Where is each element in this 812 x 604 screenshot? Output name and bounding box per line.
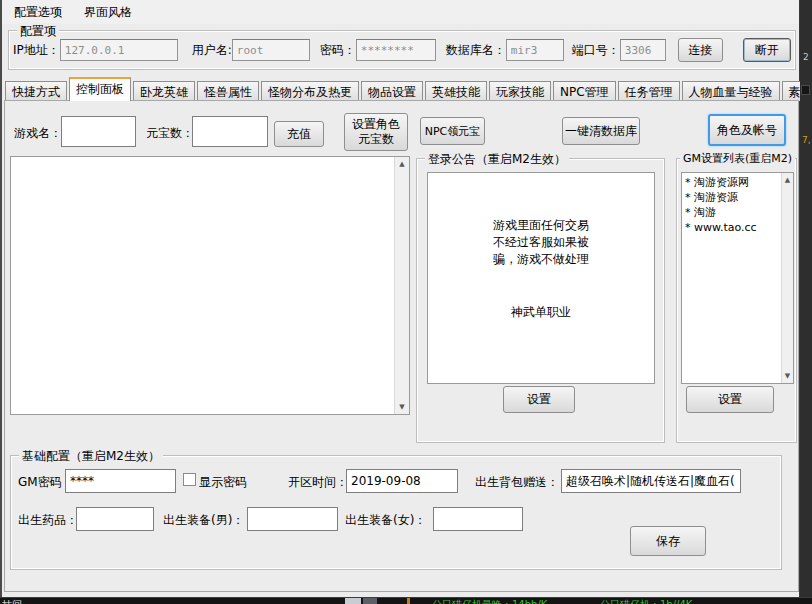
tab-shortcuts[interactable]: 快捷方式 [5, 81, 67, 101]
scroll-up-icon[interactable]: ▲ [782, 173, 793, 187]
gm-list-group-title: GM设置列表(重启M2) [680, 151, 795, 166]
clear-database-button[interactable]: 一键清数据库 [562, 117, 640, 145]
tab-hero-skills[interactable]: 英雄技能 [425, 81, 487, 101]
npc-yuanbao-button[interactable]: NPC领元宝 [420, 117, 485, 145]
taskbar-indicator [407, 598, 410, 604]
gm-list-set-button[interactable]: 设置 [686, 386, 774, 413]
announcement-text[interactable]: 游戏里面任何交易 不经过客服如果被 骗，游戏不做处理 神武单职业 [427, 172, 655, 384]
tab-hp-exp[interactable]: 人物血量与经验 [682, 81, 780, 101]
menu-config-options[interactable]: 配置选项 [10, 2, 66, 23]
taskbar-button[interactable] [345, 598, 361, 604]
tab-npc-manage[interactable]: NPC管理 [553, 81, 616, 101]
taskbar-net-speed: 分日猎仔机：1b//4K [600, 598, 692, 604]
script-memo[interactable]: ▲ ▼ [10, 156, 410, 415]
gm-list-item[interactable]: * 淘游资源网 [685, 175, 793, 190]
gm-password-input[interactable] [65, 469, 176, 493]
announcement-set-button[interactable]: 设置 [503, 386, 575, 413]
gm-listbox[interactable]: * 淘游资源网 * 淘游资源 * 淘游 * www.tao.cc ▲ ▼ [681, 172, 794, 384]
tab-control-panel[interactable]: 控制面板 [69, 77, 131, 101]
announcement-footer: 神武单职业 [428, 304, 654, 321]
connect-button[interactable]: 连接 [678, 38, 723, 62]
password-input[interactable] [356, 39, 436, 61]
app-window: 配置选项 界面风格 配置项 IP地址： 用户名: 密码： 数据库名： 端口号： … [0, 0, 800, 597]
desktop-badge: 7, [802, 135, 811, 145]
base-config-groupbox: 基础配置（重启M2生效） GM密码： 显示密码 开区时间： 出生背包赠送： 出生… [10, 455, 782, 570]
gm-list-item[interactable]: * 淘游资源 [685, 190, 793, 205]
taskbar-left-text: 技间 [2, 598, 22, 604]
save-button[interactable]: 保存 [630, 526, 706, 556]
taskbar: 技间 分日猎仔机量晚：14bb/K 分日猎仔机：1b//4K [0, 597, 812, 604]
tab-item-settings[interactable]: 物品设置 [361, 81, 423, 101]
username-input[interactable] [232, 39, 310, 61]
set-role-yuanbao-button[interactable]: 设置角色元宝数 [344, 113, 408, 151]
ip-input[interactable] [60, 39, 178, 61]
port-label: 端口号： [572, 42, 620, 59]
desktop-edge-strip: 2 7, [800, 0, 812, 597]
yuanbao-input[interactable] [192, 116, 268, 147]
gm-list-groupbox: GM设置列表(重启M2) * 淘游资源网 * 淘游资源 * 淘游 * www.t… [676, 158, 797, 443]
role-account-button[interactable]: 角色及帐号 [708, 114, 786, 146]
username-label: 用户名: [192, 42, 232, 59]
announcement-line: 不经过客服如果被 [428, 234, 654, 251]
memo-scrollbar[interactable]: ▲ ▼ [394, 157, 409, 414]
birth-drug-label: 出生药品： [18, 512, 78, 529]
taskbar-button[interactable] [363, 598, 377, 604]
tab-quest-manage[interactable]: 任务管理 [618, 81, 680, 101]
show-password-checkbox[interactable] [183, 473, 196, 486]
birth-equip-female-label: 出生装备(女)： [345, 512, 426, 529]
scroll-up-icon[interactable]: ▲ [395, 157, 409, 171]
password-label: 密码： [320, 42, 356, 59]
birth-equip-female-input[interactable] [433, 507, 523, 531]
birth-drug-input[interactable] [76, 507, 154, 531]
taskbar-net-speed: 分日猎仔机量晚：14bb/K [432, 598, 547, 604]
base-config-group-title: 基础配置（重启M2生效） [19, 448, 163, 465]
gm-list-item[interactable]: * www.tao.cc [685, 220, 793, 235]
announcement-line: 骗，游戏不做处理 [428, 251, 654, 268]
open-date-label: 开区时间： [288, 474, 348, 491]
recharge-button[interactable]: 充值 [274, 121, 324, 147]
scroll-down-icon[interactable]: ▼ [395, 400, 409, 414]
announcement-group-title: 登录公告（重启M2生效） [425, 151, 569, 168]
game-name-input[interactable] [61, 116, 136, 147]
show-password-label: 显示密码 [199, 474, 247, 491]
birth-equip-male-input[interactable] [247, 507, 338, 531]
menu-bar: 配置选项 界面风格 [2, 0, 799, 24]
birth-equip-male-label: 出生装备(男)： [163, 512, 244, 529]
gm-list-item[interactable]: * 淘游 [685, 205, 793, 220]
database-label: 数据库名： [446, 42, 506, 59]
yuanbao-label: 元宝数： [146, 125, 194, 142]
tab-monster-dist[interactable]: 怪物分布及热更 [261, 81, 359, 101]
birth-bag-input[interactable] [561, 469, 741, 493]
port-input[interactable] [620, 39, 666, 61]
disconnect-button[interactable]: 断开 [743, 38, 791, 62]
tab-bar: 快捷方式 控制面板 卧龙英雄 怪兽属性 怪物分布及热更 物品设置 英雄技能 玩家… [5, 79, 812, 101]
gm-list-scrollbar[interactable]: ▲ ▼ [781, 173, 793, 383]
birth-bag-label: 出生背包赠送： [475, 474, 559, 491]
desktop-badge: 2 [803, 52, 809, 62]
desktop-icon [801, 85, 810, 95]
game-name-label: 游戏名： [14, 125, 62, 142]
announcement-groupbox: 登录公告（重启M2生效） 游戏里面任何交易 不经过客服如果被 骗，游戏不做处理 … [416, 158, 665, 443]
database-input[interactable] [506, 39, 564, 61]
scroll-down-icon[interactable]: ▼ [782, 369, 793, 383]
tab-player-skills[interactable]: 玩家技能 [489, 81, 551, 101]
connection-groupbox: 配置项 IP地址： 用户名: 密码： 数据库名： 端口号： 连接 断开 [8, 30, 796, 70]
ip-label: IP地址： [13, 42, 60, 59]
tab-monster-attr[interactable]: 怪兽属性 [197, 81, 259, 101]
menu-ui-style[interactable]: 界面风格 [80, 2, 136, 23]
tab-wolong-hero[interactable]: 卧龙英雄 [133, 81, 195, 101]
announcement-line: 游戏里面任何交易 [428, 217, 654, 234]
open-date-input[interactable] [346, 469, 458, 493]
